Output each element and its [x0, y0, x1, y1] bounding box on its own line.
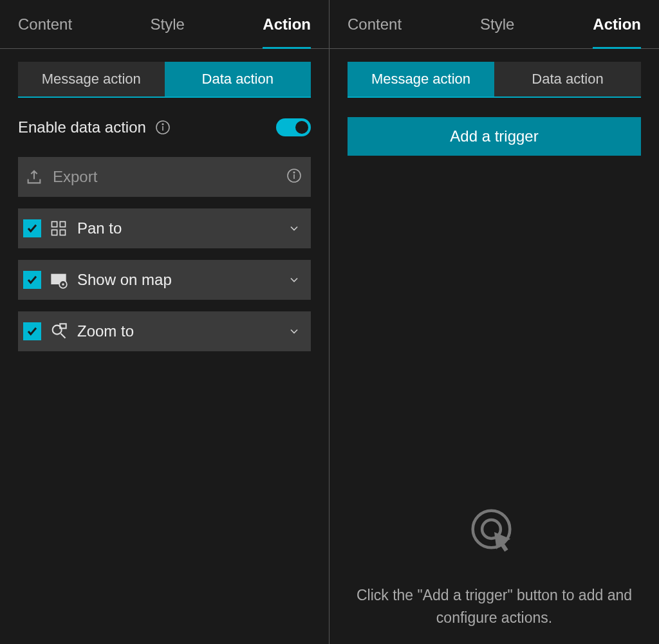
- chevron-down-icon[interactable]: [286, 272, 302, 288]
- action-label-zoom-to: Zoom to: [77, 322, 286, 340]
- enable-data-action-row: Enable data action: [18, 118, 311, 136]
- subtabs-right: Message action Data action: [348, 62, 641, 98]
- action-item-zoom-to[interactable]: Zoom to: [18, 311, 311, 351]
- checkbox-zoom-to[interactable]: [23, 322, 41, 340]
- top-tabs-right: Content Style Action: [330, 0, 659, 49]
- enable-data-action-label: Enable data action: [18, 118, 146, 136]
- empty-state-text: Click the "Add a trigger" button to add …: [348, 584, 641, 629]
- svg-rect-15: [60, 324, 66, 328]
- toggle-knob: [295, 121, 308, 134]
- tab-style[interactable]: Style: [151, 15, 185, 48]
- info-icon[interactable]: [286, 168, 302, 186]
- subtabs-left: Message action Data action: [18, 62, 311, 98]
- action-label-pan-to: Pan to: [77, 219, 286, 237]
- info-icon[interactable]: [155, 120, 171, 135]
- svg-rect-6: [52, 222, 57, 227]
- tab-style[interactable]: Style: [480, 15, 514, 48]
- left-panel: Content Style Action Message action Data…: [0, 0, 330, 644]
- empty-state: Click the "Add a trigger" button to add …: [330, 503, 659, 629]
- svg-rect-8: [52, 230, 57, 235]
- export-icon: [23, 166, 45, 188]
- subtab-data-action[interactable]: Data action: [165, 62, 311, 97]
- action-label-export: Export: [53, 168, 286, 186]
- action-item-export[interactable]: Export: [18, 157, 311, 197]
- action-item-pan-to[interactable]: Pan to: [18, 208, 311, 248]
- checkbox-show-on-map[interactable]: [23, 271, 41, 289]
- subtab-data-action[interactable]: Data action: [494, 62, 641, 97]
- top-tabs-left: Content Style Action: [0, 0, 329, 49]
- tab-action[interactable]: Action: [263, 15, 311, 48]
- tab-action[interactable]: Action: [593, 15, 641, 48]
- action-label-show-on-map: Show on map: [77, 271, 286, 289]
- svg-rect-9: [60, 230, 65, 235]
- chevron-down-icon[interactable]: [286, 324, 302, 339]
- checkbox-pan-to[interactable]: [23, 219, 41, 237]
- action-item-show-on-map[interactable]: Show on map: [18, 260, 311, 300]
- svg-rect-7: [60, 222, 65, 227]
- subtab-message-action[interactable]: Message action: [348, 62, 494, 97]
- svg-point-16: [473, 511, 510, 548]
- enable-data-action-toggle[interactable]: [276, 118, 311, 136]
- click-cursor-icon: [348, 503, 641, 561]
- data-action-list: Export Pan to Show on map: [18, 157, 311, 351]
- chevron-down-icon[interactable]: [286, 221, 302, 236]
- tab-content[interactable]: Content: [348, 15, 402, 48]
- add-trigger-button[interactable]: Add a trigger: [348, 117, 641, 156]
- pan-to-icon: [48, 217, 70, 239]
- tab-content[interactable]: Content: [18, 15, 72, 48]
- show-on-map-icon: [48, 269, 70, 291]
- svg-point-12: [62, 283, 64, 286]
- svg-point-5: [293, 172, 295, 173]
- svg-point-2: [162, 124, 163, 125]
- right-panel: Content Style Action Message action Data…: [330, 0, 659, 644]
- svg-line-14: [61, 334, 66, 338]
- zoom-to-icon: [48, 320, 70, 342]
- subtab-message-action[interactable]: Message action: [18, 62, 165, 97]
